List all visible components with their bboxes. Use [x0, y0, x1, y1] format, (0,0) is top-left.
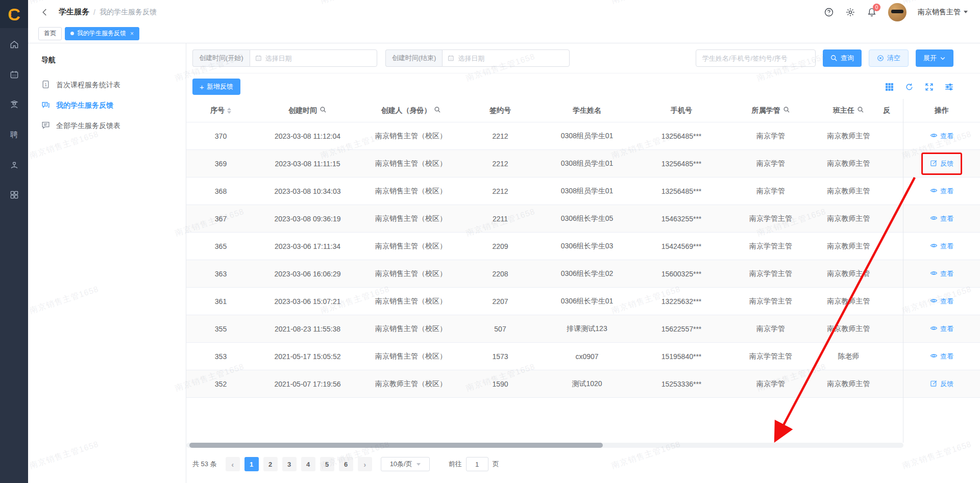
recruit-icon[interactable]: 聘	[9, 130, 19, 140]
close-icon[interactable]: ×	[130, 30, 134, 37]
start-date-input[interactable]	[265, 55, 371, 62]
page-button-1[interactable]: 1	[244, 457, 259, 471]
cell-manager: 南京学管主管	[727, 269, 814, 278]
expand-button[interactable]: 展开	[916, 49, 953, 67]
cell-student: 测试1020	[538, 379, 635, 389]
view-button[interactable]: 查看	[930, 352, 953, 361]
column-header-6[interactable]: 所属学管	[727, 106, 814, 115]
search-icon[interactable]	[857, 106, 864, 115]
operation-label: 查看	[940, 269, 953, 278]
view-button[interactable]: 查看	[930, 297, 953, 306]
column-header-7[interactable]: 班主任	[814, 106, 883, 115]
column-settings-icon[interactable]	[945, 83, 953, 91]
cell-sign_no: 507	[462, 325, 538, 333]
clear-button[interactable]: 清空	[869, 49, 909, 67]
search-icon[interactable]	[320, 106, 327, 115]
cell-manager: 南京学管	[727, 379, 814, 389]
view-button[interactable]: 查看	[930, 242, 953, 251]
cell-seq: 353	[186, 352, 255, 361]
page-button-3[interactable]: 3	[282, 457, 297, 471]
feedback-table: 序号创建时间创建人（身份）签约号学生姓名手机号所属学管班主任反操作 370202…	[186, 99, 980, 448]
scrollbar-thumb[interactable]	[189, 443, 603, 448]
sidebar-item-2[interactable]: 全部学生服务反馈表	[41, 116, 186, 136]
sidebar-item-0[interactable]: 1首次课程服务统计表	[41, 75, 186, 95]
fullscreen-icon[interactable]	[925, 83, 934, 91]
filter-row: 创建时间(开始) 创建时间(结束)	[186, 43, 980, 73]
next-page-button[interactable]: ›	[358, 457, 372, 471]
student-icon[interactable]	[9, 99, 19, 110]
end-date-filter: 创建时间(结束)	[385, 49, 570, 67]
page-button-5[interactable]: 5	[320, 457, 334, 471]
page-size-select[interactable]: 10条/页	[381, 457, 430, 471]
end-date-input[interactable]	[458, 55, 564, 62]
settings-gear-icon[interactable]	[845, 7, 855, 17]
view-button[interactable]: 查看	[930, 324, 953, 334]
column-header-1[interactable]: 创建时间	[255, 106, 360, 115]
home-icon[interactable]	[9, 39, 19, 49]
start-date-label: 创建时间(开始)	[192, 49, 250, 67]
query-button[interactable]: 查询	[823, 49, 862, 67]
sort-icon[interactable]	[227, 108, 231, 114]
page-button-6[interactable]: 6	[339, 457, 353, 471]
cell-seq: 370	[186, 132, 255, 140]
start-date-input-box[interactable]	[250, 49, 377, 67]
add-feedback-button[interactable]: + 新增反馈	[192, 79, 240, 95]
eye-icon	[930, 214, 938, 223]
cell-seq: 369	[186, 160, 255, 168]
operation-label: 查看	[940, 242, 953, 251]
search-icon[interactable]	[783, 106, 790, 115]
back-icon[interactable]	[40, 8, 50, 17]
goto-page-input[interactable]	[466, 457, 488, 471]
tab-0[interactable]: 首页	[38, 27, 62, 40]
refresh-icon[interactable]	[905, 83, 914, 91]
page-button-4[interactable]: 4	[301, 457, 315, 471]
density-grid-icon[interactable]	[885, 83, 894, 91]
keyword-search-input[interactable]	[696, 49, 816, 67]
view-button[interactable]: 查看	[930, 132, 953, 141]
cell-creator: 南京销售主管（校区）	[360, 242, 462, 251]
apps-grid-icon[interactable]	[9, 190, 19, 200]
breadcrumb-separator: /	[93, 8, 95, 16]
feedback-button[interactable]: 反馈	[930, 159, 953, 168]
cell-creator: 南京销售主管（校区）	[360, 269, 462, 278]
prev-page-button[interactable]: ‹	[226, 457, 240, 471]
end-date-input-box[interactable]	[442, 49, 570, 67]
calendar-icon	[448, 55, 454, 62]
app-logo[interactable]: C	[0, 0, 28, 28]
cell-phone: 15463255***	[635, 215, 727, 223]
breadcrumb-section[interactable]: 学生服务	[59, 7, 89, 17]
cell-student: 0306组长学生02	[538, 269, 635, 278]
column-header-4: 学生姓名	[538, 106, 635, 115]
feedback-button[interactable]: 反馈	[930, 379, 953, 389]
column-header-2[interactable]: 创建人（身份）	[360, 106, 462, 115]
search-icon[interactable]	[434, 106, 441, 115]
cell-operation: 查看	[903, 352, 980, 361]
cell-student: 0306组长学生01	[538, 297, 635, 306]
calendar-icon[interactable]	[9, 69, 19, 80]
view-button[interactable]: 查看	[930, 214, 953, 223]
table-row: 3682023-03-08 10:34:03南京销售主管（校区）22120308…	[186, 177, 980, 205]
care-icon[interactable]	[9, 160, 19, 170]
page-button-2[interactable]: 2	[263, 457, 278, 471]
cell-student: 0308组员学生01	[538, 187, 635, 196]
column-label: 创建时间	[288, 106, 317, 115]
view-button[interactable]: 查看	[930, 269, 953, 278]
tab-1[interactable]: 我的学生服务反馈×	[65, 27, 139, 40]
eye-icon	[930, 187, 938, 196]
help-icon[interactable]	[824, 7, 834, 17]
notifications-bell-icon[interactable]: 0	[867, 7, 877, 17]
plus-icon: +	[200, 83, 204, 91]
cell-sign_no: 2212	[462, 160, 538, 168]
panel: 创建时间(开始) 创建时间(结束)	[186, 43, 980, 483]
table-header-row: 序号创建时间创建人（身份）签约号学生姓名手机号所属学管班主任反操作	[186, 99, 980, 122]
user-menu[interactable]: 南京销售主管	[918, 8, 968, 17]
cell-phone: 13256485***	[635, 132, 727, 140]
view-button[interactable]: 查看	[930, 187, 953, 196]
column-header-0[interactable]: 序号	[186, 106, 255, 115]
cell-creator: 南京销售主管（校区）	[360, 187, 462, 196]
cell-manager: 南京学管主管	[727, 242, 814, 251]
sidebar-item-1[interactable]: 我的学生服务反馈	[41, 95, 186, 116]
avatar[interactable]	[888, 3, 906, 21]
column-label: 所属学管	[752, 106, 780, 115]
page: C 聘 学生服务 / 我的学生服务反馈	[0, 0, 980, 483]
